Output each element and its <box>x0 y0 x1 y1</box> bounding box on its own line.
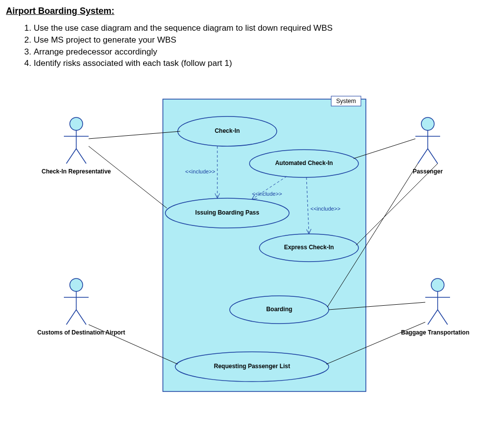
actor-customs: Customs of Destination Airport <box>37 278 125 336</box>
instruction-item: Use MS project to generate your WBS <box>34 34 498 46</box>
actor-baggage: Baggage Transportation <box>401 278 469 336</box>
svg-line-18 <box>428 310 438 325</box>
svg-point-0 <box>70 117 83 130</box>
stereotype-label: <<include>> <box>310 206 341 212</box>
usecase-label: Express Check-In <box>284 244 334 251</box>
instruction-item: Use the use case diagram and the sequenc… <box>34 22 498 34</box>
association <box>89 146 167 208</box>
instruction-item: Identify risks associated with each task… <box>34 57 498 69</box>
svg-line-3 <box>66 149 76 164</box>
usecase-diagram: System Check-In Representative Customs o… <box>6 89 498 406</box>
actor-checkin-rep: Check-In Representative <box>42 117 111 175</box>
svg-line-19 <box>438 310 448 325</box>
usecase-label: Check-In <box>215 127 240 134</box>
stereotype-label: <<include>> <box>185 168 215 174</box>
actor-label: Passenger <box>413 168 443 175</box>
usecase-label: Issuing Boarding Pass <box>195 209 259 216</box>
svg-line-4 <box>76 149 86 164</box>
association <box>356 164 438 245</box>
svg-line-13 <box>418 149 428 164</box>
usecase-label: Boarding <box>266 306 293 313</box>
svg-line-9 <box>76 310 86 325</box>
svg-line-8 <box>66 310 76 325</box>
instruction-item: Arrange predecessor accordingly <box>34 46 498 58</box>
actor-label: Baggage Transportation <box>401 329 469 336</box>
actor-passenger: Passenger <box>413 117 443 175</box>
actor-label: Check-In Representative <box>42 168 111 175</box>
system-label: System <box>336 98 356 105</box>
svg-line-14 <box>428 149 438 164</box>
svg-point-5 <box>70 278 83 291</box>
instruction-list: Use the use case diagram and the sequenc… <box>23 22 498 69</box>
svg-point-15 <box>431 278 444 291</box>
stereotype-label: <<include>> <box>252 191 282 197</box>
svg-point-10 <box>421 117 434 130</box>
usecase-label: Automated Check-In <box>275 160 333 166</box>
page-title: Airport Boarding System: <box>6 6 498 16</box>
usecase-label: Requesting Passenger List <box>214 363 290 370</box>
